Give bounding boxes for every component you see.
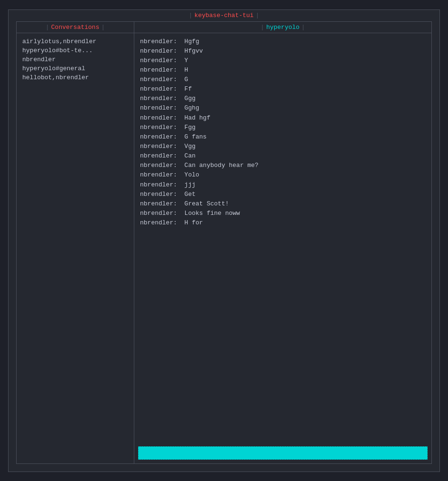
terminal-window: keybase-chat-tui Conversations airlylotu… (8, 9, 440, 472)
app-title: keybase-chat-tui (187, 12, 261, 19)
table-row: nbrendler: H (140, 65, 426, 75)
table-row: nbrendler: Had hgf (140, 113, 426, 123)
chat-header: hyperyolo (134, 22, 431, 33)
table-row: nbrendler: Ff (140, 84, 426, 94)
conversations-header: Conversations (17, 22, 134, 33)
chat-title: hyperyolo (259, 24, 307, 31)
right-panel: hyperyolo nbrendler: Hgfgnbrendler: Hfgv… (134, 22, 431, 463)
table-row: nbrendler: Ggg (140, 94, 426, 103)
list-item[interactable]: hellobot,nbrendler (17, 73, 134, 82)
table-row: nbrendler: Gghg (140, 103, 426, 113)
table-row: nbrendler: Hfgvv (140, 46, 426, 56)
conversation-list: airlylotus,nbrendler hyperyolo#bot-te...… (17, 33, 134, 463)
table-row: nbrendler: Get (140, 190, 426, 199)
list-item[interactable]: hyperyolo#bot-te... (17, 46, 134, 55)
list-item[interactable]: hyperyolo#general (17, 64, 134, 73)
table-row: nbrendler: Great Scott! (140, 199, 426, 209)
table-row: nbrendler: Can (140, 151, 426, 161)
chat-input[interactable] (140, 449, 425, 456)
table-row: nbrendler: G (140, 75, 426, 84)
left-panel: Conversations airlylotus,nbrendler hyper… (17, 22, 134, 463)
messages-area: nbrendler: Hgfgnbrendler: Hfgvvnbrendler… (134, 33, 431, 444)
table-row: nbrendler: Yolo (140, 170, 426, 180)
table-row: nbrendler: H for (140, 218, 426, 228)
table-row: nbrendler: Y (140, 56, 426, 65)
main-content: Conversations airlylotus,nbrendler hyper… (16, 21, 432, 464)
table-row: nbrendler: jjj (140, 180, 426, 190)
list-item[interactable]: airlylotus,nbrendler (17, 37, 134, 46)
table-row: nbrendler: Looks fine noww (140, 209, 426, 218)
top-bar: keybase-chat-tui (9, 10, 439, 21)
table-row: nbrendler: Hgfg (140, 37, 426, 46)
table-row: nbrendler: G fans (140, 132, 426, 142)
table-row: nbrendler: Vgg (140, 142, 426, 151)
table-row: nbrendler: Fgg (140, 123, 426, 132)
table-row: nbrendler: Can anybody hear me? (140, 161, 426, 170)
list-item[interactable]: nbrendler (17, 55, 134, 64)
conversations-title: Conversations (44, 24, 107, 31)
chat-input-area[interactable] (138, 446, 428, 460)
